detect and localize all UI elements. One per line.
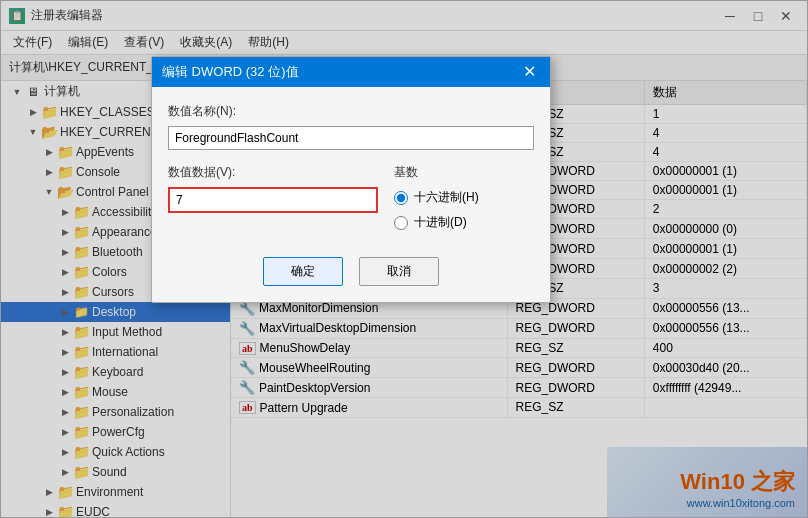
radio-dec[interactable]: 十进制(D) <box>394 214 534 231</box>
dialog-title-bar: 编辑 DWORD (32 位)值 ✕ <box>152 57 550 87</box>
radio-hex-input[interactable] <box>394 191 408 205</box>
dialog-title: 编辑 DWORD (32 位)值 <box>162 63 299 81</box>
dialog-value-row: 数值数据(V): 基数 十六进制(H) 十进制(D) <box>168 164 534 231</box>
dialog-footer: 确定 取消 <box>152 247 550 302</box>
ok-button[interactable]: 确定 <box>263 257 343 286</box>
edit-dword-dialog: 编辑 DWORD (32 位)值 ✕ 数值名称(N): 数值数据(V): 基数 <box>151 56 551 303</box>
dialog-body: 数值名称(N): 数值数据(V): 基数 十六进制(H) <box>152 87 550 247</box>
value-label: 数值数据(V): <box>168 164 378 181</box>
name-input[interactable] <box>168 126 534 150</box>
dialog-base-col: 基数 十六进制(H) 十进制(D) <box>394 164 534 231</box>
radio-group-base: 十六进制(H) 十进制(D) <box>394 189 534 231</box>
name-label: 数值名称(N): <box>168 103 534 120</box>
dialog-overlay: 编辑 DWORD (32 位)值 ✕ 数值名称(N): 数值数据(V): 基数 <box>1 1 807 517</box>
radio-hex[interactable]: 十六进制(H) <box>394 189 534 206</box>
dialog-close-button[interactable]: ✕ <box>519 64 540 80</box>
radio-dec-label: 十进制(D) <box>414 214 467 231</box>
base-label: 基数 <box>394 164 534 181</box>
main-window: 📋 注册表编辑器 ─ □ ✕ 文件(F) 编辑(E) 查看(V) 收藏夹(A) … <box>0 0 808 518</box>
radio-hex-label: 十六进制(H) <box>414 189 479 206</box>
cancel-button[interactable]: 取消 <box>359 257 439 286</box>
value-input[interactable] <box>168 187 378 213</box>
radio-dec-input[interactable] <box>394 216 408 230</box>
dialog-value-col: 数值数据(V): <box>168 164 378 231</box>
